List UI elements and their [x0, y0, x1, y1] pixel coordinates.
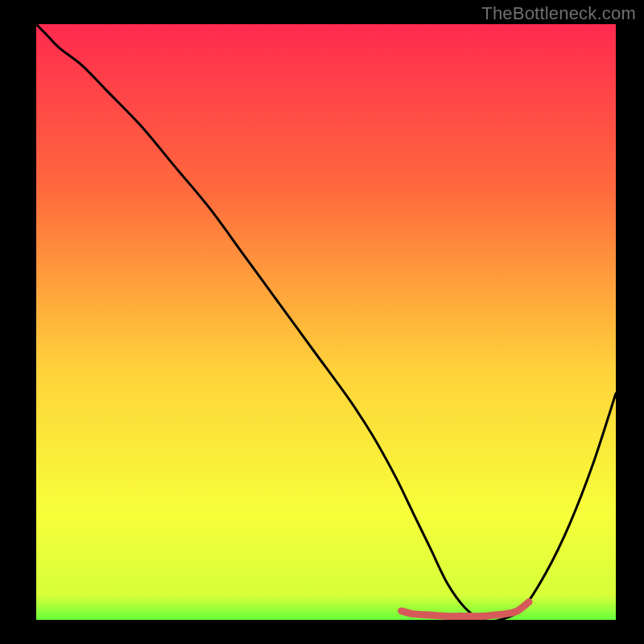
- chart-frame: TheBottleneck.com: [0, 0, 644, 644]
- chart-svg: [36, 24, 616, 620]
- watermark-text: TheBottleneck.com: [481, 3, 636, 24]
- gradient-background: [36, 24, 616, 620]
- plot-area: [36, 24, 616, 620]
